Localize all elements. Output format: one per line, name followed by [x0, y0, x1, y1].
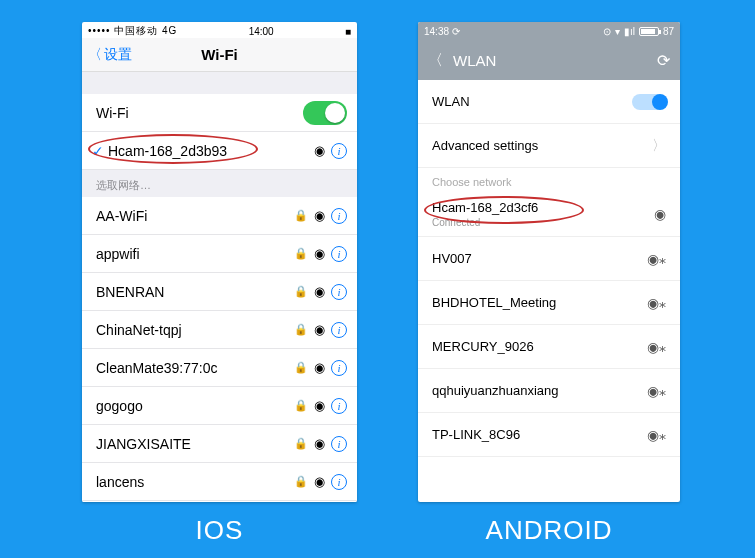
network-row[interactable]: TP-LINK_8C96◉⁎ — [418, 413, 680, 457]
checkmark-icon: ✓ — [92, 143, 108, 159]
network-name: HV007 — [432, 251, 647, 266]
wifi-icon: ◉⁎ — [647, 295, 666, 311]
connected-status: Connected — [432, 217, 654, 228]
android-nav-bar: 〈 WLAN ⟳ — [418, 40, 680, 80]
refresh-icon[interactable]: ⟳ — [657, 51, 670, 70]
section-gap — [82, 72, 357, 94]
battery-icon: ■ — [345, 26, 351, 37]
lock-icon: 🔒 — [294, 361, 308, 374]
wifi-icon: ◉ — [314, 246, 325, 261]
network-row[interactable]: appwifi🔒◉i — [82, 235, 357, 273]
network-row[interactable]: lancens_5G🔒◉i — [82, 501, 357, 502]
lock-icon: 🔒 — [294, 475, 308, 488]
network-name: MERCURY_9026 — [432, 339, 647, 354]
info-icon[interactable]: i — [331, 143, 347, 159]
info-icon[interactable]: i — [331, 284, 347, 300]
network-name: gogogo — [96, 398, 294, 414]
network-row[interactable]: JIANGXISAITE🔒◉i — [82, 425, 357, 463]
network-name: CleanMate39:77:0c — [96, 360, 294, 376]
network-name: BNENRAN — [96, 284, 294, 300]
network-row[interactable]: BHDHOTEL_Meeting◉⁎ — [418, 281, 680, 325]
nav-title: Wi-Fi — [82, 46, 357, 63]
info-icon[interactable]: i — [331, 474, 347, 490]
status-time: 14:00 — [249, 26, 274, 37]
lock-icon: 🔒 — [294, 399, 308, 412]
wifi-icon: ◉ — [314, 322, 325, 337]
wifi-toggle[interactable] — [303, 101, 347, 125]
info-icon[interactable]: i — [331, 246, 347, 262]
lock-icon: 🔒 — [294, 285, 308, 298]
network-row[interactable]: qqhuiyuanzhuanxiang◉⁎ — [418, 369, 680, 413]
wifi-icon: ◉ — [314, 360, 325, 375]
network-name: JIANGXISAITE — [96, 436, 294, 452]
ios-status-bar: ••••• 中国移动 4G 14:00 ■ — [82, 22, 357, 38]
info-icon[interactable]: i — [331, 436, 347, 452]
battery-level: 87 — [663, 26, 674, 37]
network-name: TP-LINK_8C96 — [432, 427, 647, 442]
ios-phone: ••••• 中国移动 4G 14:00 ■ 〈 设置 Wi-Fi Wi-Fi ✓… — [82, 22, 357, 502]
choose-network-header: 选取网络… — [82, 170, 357, 197]
choose-network-header: Choose network — [418, 168, 680, 192]
network-name: BHDHOTEL_Meeting — [432, 295, 647, 310]
lock-icon: 🔒 — [294, 437, 308, 450]
advanced-settings-row[interactable]: Advanced settings 〉 — [418, 124, 680, 168]
wifi-icon: ◉ — [314, 474, 325, 489]
network-row[interactable]: AA-WiFi🔒◉i — [82, 197, 357, 235]
connected-network-row[interactable]: ✓ Hcam-168_2d3b93 ◉ i — [82, 132, 357, 170]
nav-title: WLAN — [453, 52, 647, 69]
network-row[interactable]: HV007◉⁎ — [418, 237, 680, 281]
network-name: AA-WiFi — [96, 208, 294, 224]
advanced-label: Advanced settings — [432, 138, 652, 153]
lock-icon: 🔒 — [294, 323, 308, 336]
wifi-icon: ◉⁎ — [647, 251, 666, 267]
connected-network-name: Hcam-168_2d3cf6 — [432, 200, 538, 215]
android-phone: 14:38 ⟳ ⊙ ▾ ▮ıl 87 〈 WLAN ⟳ WLAN Advance… — [418, 22, 680, 502]
network-row[interactable]: MERCURY_9026◉⁎ — [418, 325, 680, 369]
network-name: ChinaNet-tqpj — [96, 322, 294, 338]
wifi-icon: ◉ — [314, 208, 325, 223]
info-icon[interactable]: i — [331, 398, 347, 414]
info-icon[interactable]: i — [331, 208, 347, 224]
wifi-icon: ◉ — [314, 284, 325, 299]
network-row[interactable]: ChinaNet-tqpj🔒◉i — [82, 311, 357, 349]
ios-caption: IOS — [82, 515, 357, 546]
network-row[interactable]: CleanMate39:77:0c🔒◉i — [82, 349, 357, 387]
network-row[interactable]: gogogo🔒◉i — [82, 387, 357, 425]
wifi-toggle-row[interactable]: Wi-Fi — [82, 94, 357, 132]
wifi-icon: ◉ — [654, 206, 666, 222]
ios-nav-bar: 〈 设置 Wi-Fi — [82, 38, 357, 72]
back-button[interactable]: 〈 — [428, 51, 443, 70]
alarm-icon: ⊙ — [603, 26, 611, 37]
connected-network-row[interactable]: Hcam-168_2d3cf6 Connected ◉ — [418, 192, 680, 237]
status-right: ⊙ ▾ ▮ıl 87 — [603, 26, 674, 37]
wifi-icon: ◉ — [314, 398, 325, 413]
connected-network-name: Hcam-168_2d3b93 — [108, 143, 314, 159]
wlan-label: WLAN — [432, 94, 632, 109]
signal-icon: ▮ıl — [624, 26, 635, 37]
info-icon[interactable]: i — [331, 322, 347, 338]
wifi-icon: ▾ — [615, 26, 620, 37]
lock-icon: 🔒 — [294, 247, 308, 260]
wifi-toggle-label: Wi-Fi — [96, 105, 303, 121]
wifi-icon: ◉⁎ — [647, 427, 666, 443]
network-name: lancens — [96, 474, 294, 490]
wifi-icon: ◉⁎ — [647, 339, 666, 355]
info-icon[interactable]: i — [331, 360, 347, 376]
network-name: qqhuiyuanzhuanxiang — [432, 383, 647, 398]
chevron-right-icon: 〉 — [652, 137, 666, 155]
network-name: appwifi — [96, 246, 294, 262]
battery-icon — [639, 27, 659, 36]
network-row[interactable]: BNENRAN🔒◉i — [82, 273, 357, 311]
network-row[interactable]: lancens🔒◉i — [82, 463, 357, 501]
carrier-label: ••••• 中国移动 4G — [88, 24, 177, 38]
wifi-icon: ◉ — [314, 143, 325, 158]
wlan-toggle[interactable] — [632, 94, 666, 110]
wifi-icon: ◉⁎ — [647, 383, 666, 399]
lock-icon: 🔒 — [294, 209, 308, 222]
wlan-toggle-row[interactable]: WLAN — [418, 80, 680, 124]
status-time: 14:38 ⟳ — [424, 26, 460, 37]
wifi-icon: ◉ — [314, 436, 325, 451]
android-caption: ANDROID — [418, 515, 680, 546]
android-status-bar: 14:38 ⟳ ⊙ ▾ ▮ıl 87 — [418, 22, 680, 40]
